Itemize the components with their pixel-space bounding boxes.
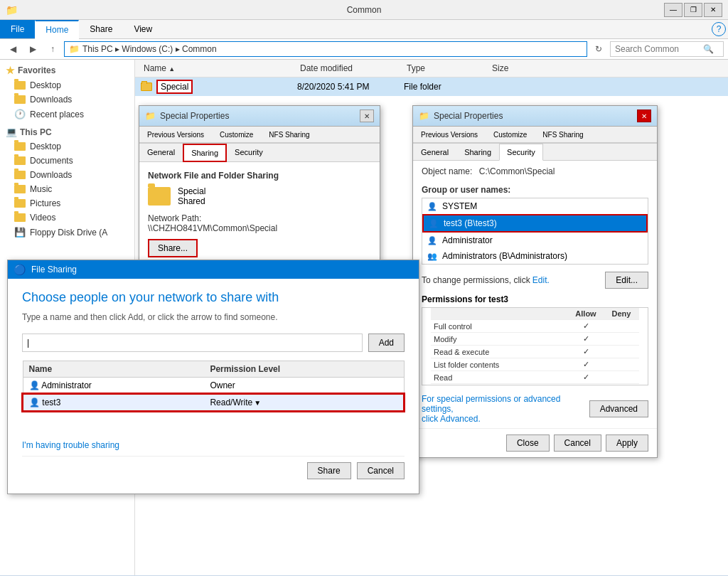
perm-col-deny: Deny bbox=[604, 308, 639, 320]
user-name: SYSTEM bbox=[442, 201, 477, 211]
perm-col-name bbox=[431, 308, 568, 320]
perm-allow-check: ✓ bbox=[568, 333, 604, 346]
dialog-overlay: 📁 Special Properties ✕ Previous Versions… bbox=[0, 0, 728, 576]
change-perm-text: To change permissions, click bbox=[422, 275, 530, 285]
perm-label: Permissions for test3 bbox=[422, 294, 508, 304]
dialog2-tab-nfs[interactable]: NFS Sharing bbox=[535, 127, 591, 142]
fs-trouble-link[interactable]: I'm having trouble sharing bbox=[22, 440, 119, 450]
dialog1-tab-prev-versions[interactable]: Previous Versions bbox=[139, 127, 212, 142]
dialog2-user-list: 👤 SYSTEM 👤 test3 (B\test3) 👤 Administrat… bbox=[422, 198, 648, 265]
perm-name: Write bbox=[431, 384, 568, 386]
perm-deny-check bbox=[604, 371, 639, 384]
dialog1-share-button[interactable]: Share... bbox=[148, 239, 198, 257]
dialog2-tab-prev-versions[interactable]: Previous Versions bbox=[413, 127, 486, 142]
user-name: Administrator bbox=[442, 235, 493, 245]
fs-table-header-row: Name Permission Level bbox=[23, 361, 404, 378]
perm-deny-check bbox=[604, 358, 639, 371]
user-name: Administrators (B\Administrators) bbox=[442, 251, 567, 261]
perm-table: Allow Deny Full control ✓ Modify ✓ bbox=[431, 308, 639, 385]
perm-row: List folder contents ✓ bbox=[431, 358, 639, 371]
dialog2-footer: Close Cancel Apply bbox=[413, 428, 657, 457]
user-icon: 👤 bbox=[427, 235, 438, 246]
user-icon: 👥 bbox=[427, 250, 438, 262]
dialog2-tabs2: General Sharing Security bbox=[413, 143, 657, 161]
dialog2-user-test3[interactable]: 👤 test3 (B\test3) bbox=[422, 214, 648, 233]
perm-row: Full control ✓ bbox=[431, 320, 639, 333]
fs-subtitle: Type a name and then click Add, or click… bbox=[22, 312, 405, 322]
perm-row: Read & execute ✓ bbox=[431, 346, 639, 358]
dialog2-body: Object name: C:\Common\Special Group or … bbox=[413, 161, 657, 428]
dialog2-title-text: 📁 Special Properties bbox=[419, 111, 503, 121]
dialog1-body: Network File and Folder Sharing Special … bbox=[139, 162, 380, 266]
dialog2-tabs: Previous Versions Customize NFS Sharing bbox=[413, 127, 657, 143]
dialog2-user-admin[interactable]: 👤 Administrator bbox=[422, 233, 648, 248]
fs-col-permission: Permission Level bbox=[204, 361, 404, 378]
dialog2-tab-general[interactable]: General bbox=[413, 144, 456, 160]
dialog2-perm-label-row: Permissions for test3 bbox=[413, 293, 657, 307]
dialog2-tab-sharing[interactable]: Sharing bbox=[456, 144, 499, 160]
dialog1-tab-customize[interactable]: Customize bbox=[212, 127, 261, 142]
dialog2-tab-customize[interactable]: Customize bbox=[486, 127, 535, 142]
fs-col-name: Name bbox=[23, 361, 204, 378]
perm-deny-check bbox=[604, 320, 639, 333]
dialog1-folder-name: Special bbox=[178, 186, 205, 196]
dialog2-tab-security[interactable]: Security bbox=[499, 144, 543, 161]
fs-share-button[interactable]: Share bbox=[307, 462, 351, 479]
dialog-title: Special Properties bbox=[160, 111, 229, 121]
perm-row: Modify ✓ bbox=[431, 333, 639, 346]
fs-add-button[interactable]: Add bbox=[368, 334, 405, 352]
dialog1-tab-sharing[interactable]: Sharing bbox=[183, 144, 227, 162]
advanced-note1: For special permissions or advanced sett… bbox=[422, 394, 560, 414]
user-name: test3 (B\test3) bbox=[444, 218, 497, 228]
perm-name: Read bbox=[431, 371, 568, 384]
fs-level-test3: Read/Write ▼ bbox=[204, 394, 404, 411]
fs-table-row-test3[interactable]: 👤 test3 Read/Write ▼ bbox=[23, 394, 404, 411]
dialog2-user-administrators[interactable]: 👥 Administrators (B\Administrators) bbox=[422, 248, 648, 264]
dialog1-section-title: Network File and Folder Sharing bbox=[148, 171, 371, 181]
dialog1-tab-nfs[interactable]: NFS Sharing bbox=[261, 127, 317, 142]
fs-user-admin: 👤 Administrator bbox=[23, 378, 204, 395]
fs-title-bar: 🔵 File Sharing bbox=[8, 260, 419, 279]
dialog1-network-path: Network Path: \\CHZHO841VM\Common\Specia… bbox=[148, 213, 371, 233]
dialog2-apply-button[interactable]: Apply bbox=[606, 434, 648, 452]
dialog-special-properties-security: 📁 Special Properties ✕ Previous Versions… bbox=[412, 105, 658, 458]
dialog2-folder-icon: 📁 bbox=[419, 111, 429, 121]
dialog2-user-system[interactable]: 👤 SYSTEM bbox=[422, 198, 648, 214]
user-icon: 👤 bbox=[428, 218, 439, 229]
dialog-title-bar: 📁 Special Properties ✕ bbox=[139, 106, 380, 127]
file-sharing-dialog: 🔵 File Sharing Choose people on your net… bbox=[7, 260, 419, 494]
fs-level-admin: Owner bbox=[204, 378, 404, 395]
dialog2-title: Special Properties bbox=[434, 111, 503, 121]
test3-name: test3 bbox=[42, 398, 60, 407]
fs-cancel-button[interactable]: Cancel bbox=[357, 462, 405, 479]
perm-allow-check: ✓ bbox=[568, 371, 604, 384]
dialog2-object-name: Object name: C:\Common\Special bbox=[413, 166, 657, 176]
perm-allow-check: ✓ bbox=[568, 358, 604, 371]
fs-heading: Choose people on your network to share w… bbox=[22, 290, 405, 305]
fs-table-row-admin[interactable]: 👤 Administrator Owner bbox=[23, 378, 404, 395]
dialog2-close-x-button[interactable]: ✕ bbox=[637, 110, 651, 122]
fs-user-test3: 👤 test3 bbox=[23, 394, 204, 411]
edit-link[interactable]: Edit. bbox=[532, 275, 550, 285]
perm-row: Write ✓ bbox=[431, 384, 639, 386]
dialog1-tab-general[interactable]: General bbox=[139, 144, 183, 161]
dialog2-close-button[interactable]: Close bbox=[506, 434, 550, 452]
dialog2-title-bar: 📁 Special Properties ✕ bbox=[413, 106, 657, 127]
dialog2-advanced-button[interactable]: Advanced bbox=[589, 400, 648, 417]
perm-deny-check bbox=[604, 333, 639, 346]
dialog1-folder-status: Shared bbox=[178, 196, 205, 206]
fs-name-input[interactable] bbox=[22, 334, 363, 352]
dialog1-close-x-button[interactable]: ✕ bbox=[360, 110, 374, 122]
dialog2-edit-button[interactable]: Edit... bbox=[605, 272, 648, 289]
user-icon: 👤 bbox=[427, 201, 438, 212]
dialog2-cancel-button[interactable]: Cancel bbox=[554, 434, 601, 452]
dialog1-tab-security[interactable]: Security bbox=[227, 144, 271, 161]
dialog1-share-folder-icon bbox=[148, 187, 171, 206]
dialog2-change-perm: To change permissions, click Edit. bbox=[422, 275, 550, 285]
fs-footer: Share Cancel bbox=[22, 456, 405, 482]
perm-col-allow: Allow bbox=[568, 308, 604, 320]
dialog2-group-header: Group or user names: bbox=[413, 182, 657, 198]
perm-dropdown[interactable]: Read/Write ▼ bbox=[210, 398, 397, 407]
advanced-link[interactable]: Advanced. bbox=[440, 414, 481, 424]
dialog1-tabs2: General Sharing Security bbox=[139, 143, 380, 162]
